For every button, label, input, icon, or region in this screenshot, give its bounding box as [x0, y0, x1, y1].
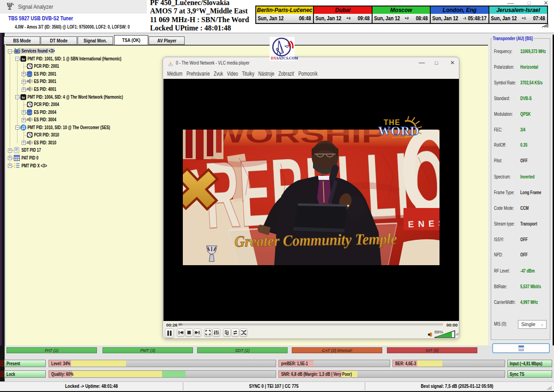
svg-text:tv: tv [22, 57, 25, 61]
svg-text:tv: tv [22, 95, 25, 100]
svg-text:WORD: WORD [378, 124, 419, 138]
svg-text:ENESI: ENESI [408, 218, 440, 229]
svg-text:Greater Community Temple: Greater Community Temple [235, 230, 397, 250]
